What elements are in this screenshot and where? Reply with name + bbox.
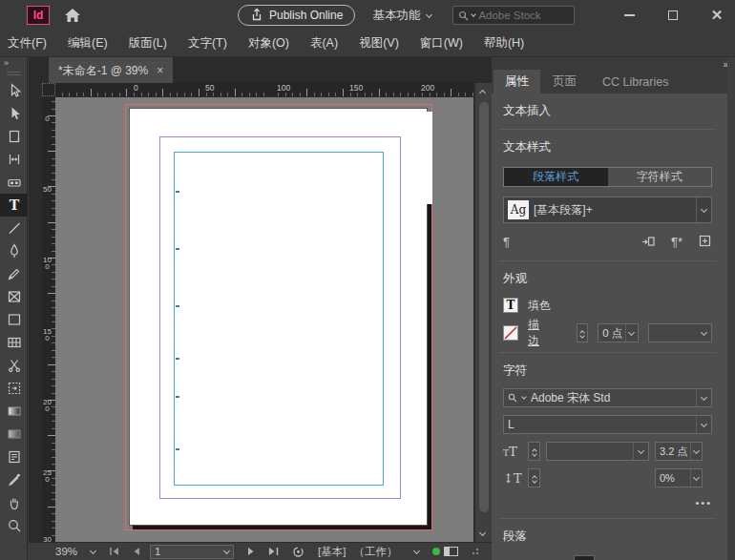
rectangle-tool[interactable] bbox=[0, 308, 28, 331]
font-style-combo[interactable]: L bbox=[503, 415, 712, 434]
rectangle-frame-tool[interactable] bbox=[0, 285, 28, 308]
gap-tool[interactable] bbox=[0, 148, 28, 171]
fill-label[interactable]: 填色 bbox=[528, 298, 551, 314]
maximize-button[interactable] bbox=[662, 6, 683, 25]
tab-properties[interactable]: 属性 bbox=[494, 70, 540, 93]
minimize-button[interactable] bbox=[619, 6, 640, 25]
page-number: 1 bbox=[155, 546, 160, 557]
justify-last-right-button[interactable] bbox=[620, 555, 642, 560]
stroke-swatch-icon[interactable] bbox=[503, 325, 518, 341]
font-size-stepper[interactable] bbox=[528, 442, 540, 461]
gradient-swatch-tool[interactable] bbox=[0, 400, 28, 423]
vertical-scale-stepper[interactable] bbox=[528, 468, 540, 487]
align-toward-spine-button[interactable] bbox=[667, 555, 689, 560]
fill-swatch-icon[interactable]: T bbox=[503, 298, 518, 313]
type-tool[interactable]: T bbox=[0, 194, 28, 217]
previous-page-button[interactable] bbox=[133, 547, 140, 556]
stroke-type-combo[interactable] bbox=[648, 323, 712, 342]
search-input[interactable] bbox=[478, 10, 560, 21]
last-page-button[interactable] bbox=[268, 547, 279, 556]
scissors-tool[interactable] bbox=[0, 354, 28, 377]
pasteboard-canvas[interactable] bbox=[55, 97, 473, 542]
align-left-button[interactable] bbox=[503, 555, 525, 560]
paragraph-style-combo[interactable]: Ag [基本段落]+ bbox=[503, 197, 712, 223]
page-tool[interactable] bbox=[0, 125, 28, 148]
leading-value-combo[interactable]: 3.2 点 bbox=[655, 442, 703, 461]
line-tool[interactable] bbox=[0, 217, 28, 239]
indesign-logo-icon[interactable]: Id bbox=[27, 6, 50, 25]
more-options-icon[interactable]: ••• bbox=[503, 497, 712, 508]
canvas-vertical-scrollbar[interactable] bbox=[474, 83, 492, 542]
justify-last-left-button[interactable] bbox=[574, 555, 596, 560]
close-button[interactable]: ✕ bbox=[706, 6, 727, 25]
selection-tool[interactable] bbox=[0, 79, 28, 102]
text-frame[interactable] bbox=[174, 152, 384, 486]
menu-help[interactable]: 帮助(H) bbox=[473, 31, 535, 56]
tab-cc-libraries[interactable]: CC Libraries bbox=[591, 70, 680, 93]
menu-edit[interactable]: 编辑(E) bbox=[57, 31, 118, 56]
note-tool[interactable] bbox=[0, 446, 28, 468]
align-away-from-spine-button[interactable] bbox=[690, 555, 712, 560]
stroke-weight-stepper[interactable] bbox=[577, 323, 589, 342]
zoom-chevron-icon[interactable] bbox=[90, 547, 96, 553]
workspace-switcher[interactable]: 基本功能 bbox=[372, 8, 431, 24]
home-icon[interactable] bbox=[63, 7, 82, 24]
free-transform-tool[interactable] bbox=[0, 377, 28, 400]
menu-object[interactable]: 对象(O) bbox=[238, 31, 300, 56]
menu-view[interactable]: 视图(V) bbox=[348, 31, 410, 56]
justify-all-button[interactable] bbox=[643, 555, 665, 560]
zoom-level[interactable]: 39% bbox=[55, 546, 77, 557]
style-options-icon[interactable] bbox=[698, 234, 712, 251]
first-page-button[interactable] bbox=[109, 547, 119, 556]
horizontal-grid-tool[interactable] bbox=[0, 331, 28, 354]
publish-online-button[interactable]: Publish Online bbox=[238, 5, 355, 26]
pen-tool[interactable] bbox=[0, 239, 28, 262]
document-tab[interactable]: *未命名-1 @ 39% × bbox=[49, 57, 173, 84]
preflight-icon[interactable] bbox=[292, 546, 304, 558]
toolbar-grip[interactable] bbox=[7, 71, 21, 75]
eyedropper-tool[interactable] bbox=[0, 468, 28, 491]
justify-last-center-button[interactable] bbox=[597, 555, 619, 560]
scroll-down-icon[interactable] bbox=[479, 529, 486, 536]
menu-table[interactable]: 表(A) bbox=[300, 31, 348, 56]
next-page-button[interactable] bbox=[247, 547, 255, 556]
gradient-feather-tool[interactable] bbox=[0, 423, 28, 446]
font-family-value: Adobe 宋体 Std bbox=[531, 390, 610, 406]
stroke-label[interactable]: 描边 bbox=[528, 317, 550, 349]
font-family-combo[interactable]: Adobe 宋体 Std bbox=[503, 388, 712, 407]
adobe-stock-search[interactable] bbox=[452, 6, 575, 25]
scrollbar-thumb[interactable] bbox=[479, 102, 489, 512]
tab-character-styles[interactable]: 字符样式 bbox=[608, 168, 712, 186]
vertical-ruler[interactable]: 0 50 100 150 200 250 300 bbox=[42, 97, 55, 542]
preflight-chevron-icon[interactable] bbox=[413, 547, 420, 553]
horizontal-ruler[interactable]: 0 50 100 150 200 bbox=[55, 83, 473, 96]
paragraph-options-icon[interactable]: ¶ bbox=[503, 235, 510, 249]
content-collector-tool[interactable] bbox=[0, 171, 28, 194]
stroke-weight-combo[interactable]: 0 点 bbox=[598, 323, 639, 342]
tab-pages[interactable]: 页面 bbox=[541, 70, 588, 93]
hand-tool[interactable] bbox=[0, 491, 28, 514]
tab-paragraph-styles[interactable]: 段落样式 bbox=[504, 168, 608, 186]
clear-overrides-icon[interactable]: ¶* bbox=[671, 235, 682, 249]
toolbar-collapse-icon[interactable]: » bbox=[0, 57, 27, 69]
menu-window[interactable]: 窗口(W) bbox=[410, 31, 473, 56]
font-size-combo[interactable] bbox=[546, 442, 649, 461]
overlapping-frame[interactable] bbox=[403, 112, 432, 204]
scale-value-combo[interactable]: 0% bbox=[655, 468, 703, 487]
redefine-style-icon[interactable] bbox=[640, 233, 656, 251]
direct-selection-tool[interactable] bbox=[0, 102, 28, 125]
menu-file[interactable]: 文件(F) bbox=[0, 31, 57, 56]
ruler-origin[interactable] bbox=[42, 83, 55, 96]
close-tab-icon[interactable]: × bbox=[157, 64, 163, 77]
pencil-tool[interactable] bbox=[0, 262, 28, 285]
scroll-up-icon[interactable] bbox=[479, 90, 486, 96]
preflight-profile[interactable]: [基本] bbox=[318, 545, 346, 559]
resize-grip[interactable] bbox=[472, 548, 479, 555]
menu-type[interactable]: 文字(T) bbox=[178, 31, 238, 56]
menu-layout[interactable]: 版面(L) bbox=[118, 31, 178, 56]
align-right-button[interactable] bbox=[550, 555, 572, 560]
chevron-down-icon bbox=[223, 547, 230, 553]
zoom-tool[interactable] bbox=[0, 514, 28, 537]
page-number-combo[interactable]: 1 bbox=[150, 545, 234, 559]
align-center-button[interactable] bbox=[527, 555, 549, 560]
